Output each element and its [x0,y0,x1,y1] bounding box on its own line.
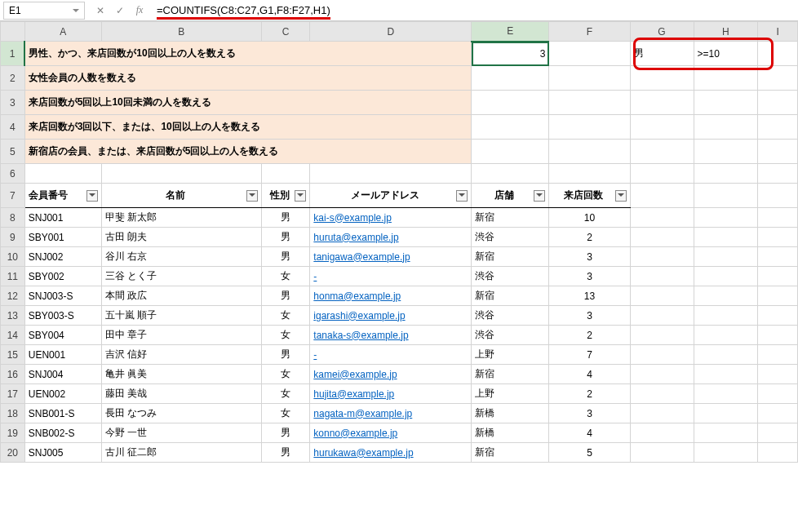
mail-link[interactable]: kai-s@example.jp [313,212,392,224]
cell-memberid[interactable]: SBY004 [24,326,101,345]
cell-store[interactable]: 新宿 [472,247,549,267]
cell-mail[interactable]: igarashi@example.jp [310,306,472,326]
cell-mail[interactable]: tanigawa@example.jp [310,247,472,267]
cell-G14[interactable] [630,326,694,345]
cell-sex[interactable]: 男 [261,228,310,247]
cell-mail[interactable]: nagata-m@example.jp [310,404,472,423]
cell-H16[interactable] [694,365,758,384]
row-header-5[interactable]: 5 [1,140,25,164]
cell-visits[interactable]: 5 [549,443,630,463]
row-header-4[interactable]: 4 [1,115,25,140]
cell-G20[interactable] [630,443,694,463]
cell-I8[interactable] [758,208,798,228]
cell-sex[interactable]: 女 [261,326,310,345]
cell-memberid[interactable]: SBY002 [24,267,101,286]
row-header-18[interactable]: 18 [1,404,25,423]
cell-memberid[interactable]: SNJ003-S [24,286,101,306]
cell-mail[interactable]: hujita@example.jp [310,384,472,404]
cell-H6[interactable] [694,164,758,184]
cell-H5[interactable] [694,140,758,164]
cell-I3[interactable] [758,91,798,115]
cell-I16[interactable] [758,365,798,384]
cell-F3[interactable] [549,91,630,115]
filter-dropdown-icon[interactable] [456,190,468,202]
cell-store[interactable]: 新橋 [472,404,549,423]
cell-visits[interactable]: 2 [549,228,630,247]
cell-H8[interactable] [694,208,758,228]
row-header-15[interactable]: 15 [1,345,25,365]
cell-H19[interactable] [694,423,758,443]
cell-name[interactable]: 甲斐 新太郎 [101,208,261,228]
cell-mail[interactable]: konno@example.jp [310,423,472,443]
cell-memberid[interactable]: SBY003-S [24,306,101,326]
cell-sex[interactable]: 女 [261,384,310,404]
cell-G1[interactable]: 男 [630,42,694,66]
cell-store[interactable]: 渋谷 [472,326,549,345]
cell-F6[interactable] [549,164,630,184]
enter-icon[interactable]: ✓ [113,3,127,18]
cell-mail[interactable]: - [310,345,472,365]
cell-I10[interactable] [758,247,798,267]
fx-icon[interactable]: fx [132,3,147,18]
mail-link[interactable]: igarashi@example.jp [313,310,405,321]
cell-mail[interactable]: tanaka-s@example.jp [310,326,472,345]
cell-name[interactable]: 今野 一世 [101,423,261,443]
cell-G6[interactable] [630,164,694,184]
cell-memberid[interactable]: UEN002 [24,384,101,404]
cell-memberid[interactable]: SNB002-S [24,423,101,443]
cell-memberid[interactable]: UEN001 [24,345,101,365]
cell-store[interactable]: 新宿 [472,443,549,463]
mail-link[interactable]: hujita@example.jp [313,388,394,400]
cell-E2[interactable] [472,66,549,91]
cell-visits[interactable]: 3 [549,267,630,286]
cell-G10[interactable] [630,247,694,267]
cell-F4[interactable] [549,115,630,140]
cell-name[interactable]: 亀井 眞美 [101,365,261,384]
filter-dropdown-icon[interactable] [615,190,627,202]
cell-G11[interactable] [630,267,694,286]
filter-dropdown-icon[interactable] [295,190,306,202]
cell-I17[interactable] [758,384,798,404]
cell-H4[interactable] [694,115,758,140]
table-header-c[interactable]: 性別 [261,184,310,208]
cell-G13[interactable] [630,306,694,326]
cell-mail[interactable]: huruta@example.jp [310,228,472,247]
col-header-F[interactable]: F [549,22,630,42]
row-header-16[interactable]: 16 [1,365,25,384]
cell-name[interactable]: 藤田 美哉 [101,384,261,404]
col-header-B[interactable]: B [101,22,261,42]
cell-G15[interactable] [630,345,694,365]
cell-store[interactable]: 新橋 [472,423,549,443]
cell-visits[interactable]: 3 [549,247,630,267]
cell-name[interactable]: 田中 章子 [101,326,261,345]
cell-visits[interactable]: 10 [549,208,630,228]
cell-G18[interactable] [630,404,694,423]
name-box[interactable]: E1 [3,2,85,20]
row-header-19[interactable]: 19 [1,423,25,443]
cell-memberid[interactable]: SNB001-S [24,404,101,423]
cell-H13[interactable] [694,306,758,326]
row-header-17[interactable]: 17 [1,384,25,404]
cell-visits[interactable]: 4 [549,365,630,384]
row-header-12[interactable]: 12 [1,286,25,306]
cell-sex[interactable]: 男 [261,443,310,463]
cell-G12[interactable] [630,286,694,306]
cell-name[interactable]: 長田 なつみ [101,404,261,423]
cell-I2[interactable] [758,66,798,91]
cell-D6[interactable] [310,164,472,184]
mail-link[interactable]: - [313,271,317,282]
cell-memberid[interactable]: SNJ004 [24,365,101,384]
cell-F2[interactable] [549,66,630,91]
cell-G2[interactable] [630,66,694,91]
cell-I12[interactable] [758,286,798,306]
cell-H18[interactable] [694,404,758,423]
cell-store[interactable]: 上野 [472,384,549,404]
cell-store[interactable]: 渋谷 [472,306,549,326]
row-header-1[interactable]: 1 [1,42,25,66]
cell-H12[interactable] [694,286,758,306]
cell-E5[interactable] [472,140,549,164]
mail-link[interactable]: nagata-m@example.jp [313,408,412,419]
cell-H20[interactable] [694,443,758,463]
cell-E3[interactable] [472,91,549,115]
select-all-corner[interactable] [1,22,25,42]
